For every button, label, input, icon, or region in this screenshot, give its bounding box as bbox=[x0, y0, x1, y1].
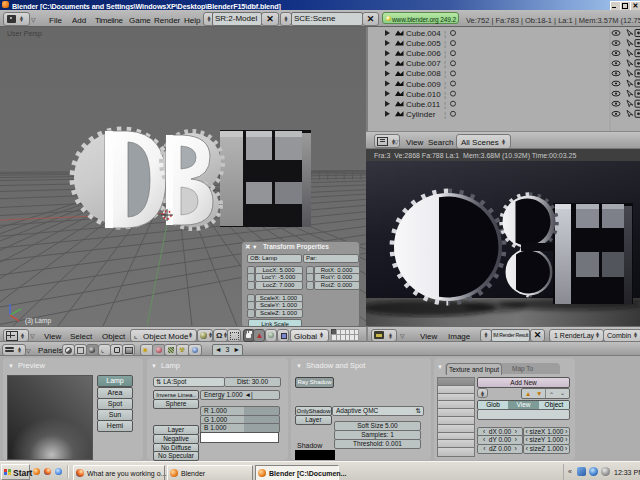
svg-text:Cube.007: Cube.007 bbox=[406, 59, 441, 68]
svg-text:¦: ¦ bbox=[444, 110, 446, 119]
svg-text:Cube.005: Cube.005 bbox=[406, 39, 441, 48]
svg-text:Cube.006: Cube.006 bbox=[406, 49, 441, 58]
svg-text:User Persp: User Persp bbox=[7, 30, 42, 38]
svg-text:Cube.009: Cube.009 bbox=[406, 80, 441, 89]
svg-text:¦: ¦ bbox=[444, 80, 446, 89]
svg-text:Cylinder: Cylinder bbox=[406, 110, 436, 119]
svg-text:Cube.011: Cube.011 bbox=[406, 100, 441, 109]
svg-text:Cube.010: Cube.010 bbox=[406, 90, 441, 99]
svg-text:¦: ¦ bbox=[444, 69, 446, 78]
svg-text:¦: ¦ bbox=[444, 90, 446, 99]
svg-text:(3) Lamp: (3) Lamp bbox=[25, 317, 51, 325]
svg-text:¦: ¦ bbox=[444, 49, 446, 58]
svg-text:¦: ¦ bbox=[444, 100, 446, 109]
svg-text:¦: ¦ bbox=[444, 29, 446, 38]
svg-text:¦: ¦ bbox=[444, 59, 446, 68]
svg-text:Cube.008: Cube.008 bbox=[406, 69, 441, 78]
svg-text:Cube.004: Cube.004 bbox=[406, 29, 441, 38]
svg-text:¦: ¦ bbox=[444, 39, 446, 48]
